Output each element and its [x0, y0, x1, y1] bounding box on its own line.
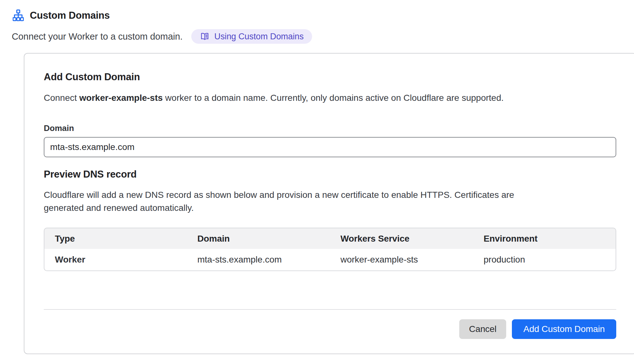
- domain-label: Domain: [44, 123, 616, 133]
- sitemap-icon: [13, 10, 24, 21]
- cell-domain: mta-sts.example.com: [187, 249, 330, 271]
- add-custom-domain-card: Add Custom Domain Connect worker-example…: [24, 53, 634, 354]
- worker-name: worker-example-sts: [79, 93, 163, 103]
- page-header: Custom Domains: [12, 10, 634, 21]
- footer-divider: [44, 309, 616, 310]
- card-description: Connect worker-example-sts worker to a d…: [44, 92, 616, 104]
- page-subtitle-row: Connect your Worker to a custom domain. …: [12, 29, 634, 44]
- page-title: Custom Domains: [30, 10, 110, 21]
- table-row: Worker mta-sts.example.com worker-exampl…: [44, 249, 616, 271]
- column-header-type: Type: [44, 228, 187, 249]
- description-suffix: worker to a domain name. Currently, only…: [163, 93, 504, 103]
- footer-actions: Cancel Add Custom Domain: [44, 319, 616, 339]
- dns-preview-table: Type Domain Workers Service Environment …: [44, 228, 616, 271]
- open-book-icon: [200, 32, 210, 42]
- domain-input[interactable]: [44, 137, 616, 157]
- page-subtitle: Connect your Worker to a custom domain.: [12, 31, 183, 42]
- using-custom-domains-label: Using Custom Domains: [214, 32, 304, 42]
- preview-dns-heading: Preview DNS record: [44, 169, 616, 180]
- domain-field: Domain: [44, 123, 616, 157]
- description-prefix: Connect: [44, 93, 79, 103]
- cell-workers-service: worker-example-sts: [330, 249, 473, 271]
- table-header-row: Type Domain Workers Service Environment: [44, 228, 616, 249]
- card-heading: Add Custom Domain: [44, 71, 616, 83]
- cell-environment: production: [473, 249, 616, 271]
- cell-type: Worker: [44, 249, 187, 271]
- cancel-button[interactable]: Cancel: [459, 319, 507, 339]
- preview-dns-description: Cloudflare will add a new DNS record as …: [44, 188, 518, 214]
- column-header-domain: Domain: [187, 228, 330, 249]
- column-header-workers-service: Workers Service: [330, 228, 473, 249]
- using-custom-domains-link[interactable]: Using Custom Domains: [191, 29, 312, 44]
- column-header-environment: Environment: [473, 228, 616, 249]
- add-custom-domain-button[interactable]: Add Custom Domain: [512, 319, 616, 339]
- custom-domains-page: Custom Domains Connect your Worker to a …: [0, 0, 634, 354]
